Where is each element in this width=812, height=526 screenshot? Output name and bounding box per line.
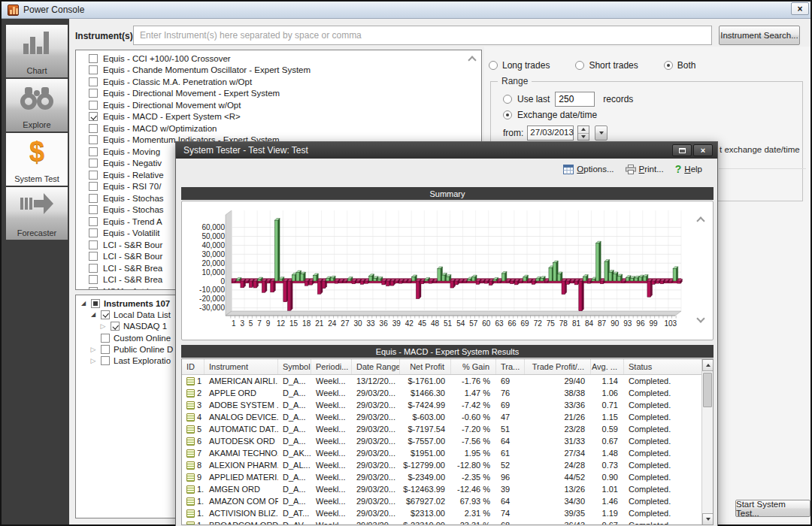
expert-system-item[interactable]: Equis - CCI +100/-100 Crossover xyxy=(76,53,481,65)
expert-system-item[interactable]: Equis - MACD w/Optimization xyxy=(76,122,481,135)
scroll-thumb[interactable] xyxy=(703,373,712,407)
item-checkbox[interactable] xyxy=(89,77,98,86)
table-row[interactable]: 1.AMAZON COM ORDD_A...Weekl...29/03/20..… xyxy=(182,495,703,507)
item-checkbox[interactable] xyxy=(89,147,98,156)
header-cell[interactable]: Trade Profit/... xyxy=(525,359,591,374)
cell-gain: -12.80 % xyxy=(451,459,496,471)
exchange-datetime-radio[interactable] xyxy=(503,110,512,119)
tree-checkbox[interactable] xyxy=(101,334,110,343)
header-cell[interactable]: Status xyxy=(624,359,703,374)
tree-expander-icon[interactable]: ▷ xyxy=(99,322,107,330)
item-checkbox[interactable] xyxy=(89,287,98,290)
header-cell[interactable]: Symbol xyxy=(278,359,311,374)
table-row[interactable]: 1.BROADCOM ORDD_AV...Weekl...29/03/20...… xyxy=(182,519,703,525)
header-cell[interactable]: Instrument xyxy=(205,359,278,374)
date-dropdown-button[interactable] xyxy=(595,125,607,141)
item-checkbox[interactable] xyxy=(89,54,98,63)
sidebar-item-forecaster[interactable]: Forecaster xyxy=(6,187,68,240)
tree-expander-icon[interactable]: ▷ xyxy=(89,346,97,353)
start-system-test-button[interactable]: Start System Test... xyxy=(735,500,810,517)
table-row[interactable]: 1.ACTIVISION BLIZ...D_AT...Weekl...29/03… xyxy=(182,507,703,519)
table-row[interactable]: 1AMERICAN AIRLI...D_A...Weekl...13/12/20… xyxy=(182,375,703,387)
tree-checkbox[interactable] xyxy=(101,345,110,354)
table-row[interactable]: 4ANALOG DEVICE...D_A...Weekl...29/03/20.… xyxy=(182,411,703,423)
table-row[interactable]: 1.AMGEN ORDD_A...Weekl...29/03/20...$-12… xyxy=(182,483,703,495)
header-cell[interactable]: Avg. ... xyxy=(591,359,624,374)
header-cell[interactable]: ID xyxy=(182,359,205,374)
item-checkbox[interactable] xyxy=(89,228,98,237)
item-checkbox[interactable] xyxy=(89,65,98,74)
sidebar-item-explore[interactable]: Explore xyxy=(6,79,68,132)
dialog-maximize-button[interactable] xyxy=(672,144,692,156)
instrument-search-button[interactable]: Instrument Search... xyxy=(719,26,800,45)
dialog-close-button[interactable]: × xyxy=(693,144,713,156)
expert-system-item[interactable]: Equis - Classic M.A. Penetration w/Opt xyxy=(76,76,481,88)
item-checkbox[interactable] xyxy=(89,112,98,121)
date-input[interactable]: 27/03/2013 xyxy=(527,125,574,141)
table-scrollbar[interactable] xyxy=(701,359,713,524)
table-row[interactable]: 7AKAMAI TECHNO...D_AK...Weekl...29/03/20… xyxy=(182,447,703,459)
cell-gain: 67.93 % xyxy=(451,495,496,507)
item-checkbox[interactable] xyxy=(89,124,98,133)
instrument-input[interactable] xyxy=(133,26,712,45)
tree-checkbox[interactable] xyxy=(91,299,100,308)
tree-checkbox[interactable] xyxy=(101,356,110,365)
radio-option[interactable]: Both xyxy=(664,60,696,71)
options-button[interactable]: Options... xyxy=(563,165,614,174)
radio-option[interactable]: Long trades xyxy=(489,60,550,71)
item-checkbox[interactable] xyxy=(89,135,98,144)
tree-checkbox[interactable] xyxy=(101,310,110,319)
radio-icon[interactable] xyxy=(489,61,498,70)
expert-system-item[interactable]: Equis - Directional Movement - Expert Sy… xyxy=(76,88,481,100)
item-checkbox[interactable] xyxy=(89,240,98,249)
item-checkbox[interactable] xyxy=(89,217,98,226)
table-icon xyxy=(563,165,574,174)
tree-checkbox[interactable] xyxy=(111,322,120,331)
spinner-down-icon[interactable] xyxy=(581,135,586,138)
item-checkbox[interactable] xyxy=(89,252,98,261)
table-row[interactable]: 6AUTODESK ORDD_A...Weekl...29/03/20...$-… xyxy=(182,435,703,447)
table-row[interactable]: 5AUTOMATIC DAT...D_A...Weekl...29/03/20.… xyxy=(182,423,703,435)
item-checkbox[interactable] xyxy=(89,275,98,284)
print-button[interactable]: Print... xyxy=(626,165,664,174)
radio-icon[interactable] xyxy=(664,61,673,70)
table-row[interactable]: 9APPLIED MATERI...D_A...Weekl...29/03/20… xyxy=(182,471,703,483)
cell-status: Completed. xyxy=(624,447,703,459)
table-row[interactable]: 2APPLE ORDD_A...Weekl...29/03/20...$1466… xyxy=(182,387,703,399)
item-checkbox[interactable] xyxy=(89,171,98,180)
item-checkbox[interactable] xyxy=(89,264,98,273)
spinner-up-icon[interactable] xyxy=(581,128,586,131)
item-checkbox[interactable] xyxy=(89,159,98,168)
table-row[interactable]: 3ADOBE SYSTEM ...D_A...Weekl...29/03/20.… xyxy=(182,399,703,411)
item-checkbox[interactable] xyxy=(89,194,98,203)
header-cell[interactable]: Periodi... xyxy=(311,359,352,374)
trade-direction-radios: Long tradesShort tradesBoth xyxy=(489,60,714,71)
item-checkbox[interactable] xyxy=(89,101,98,110)
cell-symbol: D_AL... xyxy=(278,459,311,471)
radio-option[interactable]: Short trades xyxy=(575,60,638,71)
help-button[interactable]: ? Help xyxy=(675,163,702,175)
sidebar-item-chart[interactable]: Chart xyxy=(6,25,68,77)
use-last-radio[interactable] xyxy=(503,95,512,104)
item-checkbox[interactable] xyxy=(89,182,98,191)
tree-expander-icon[interactable]: ◢ xyxy=(80,300,87,307)
table-row[interactable]: 8ALEXION PHARM...D_AL...Weekl...29/03/20… xyxy=(182,459,703,471)
sidebar-item-system-test[interactable]: $ System Test xyxy=(6,133,68,186)
expert-system-item[interactable]: Equis - MACD - Expert System <R> xyxy=(76,111,481,123)
header-cell[interactable]: Net Profit xyxy=(400,359,451,374)
scroll-down-button[interactable] xyxy=(702,513,714,525)
tree-expander-icon[interactable]: ▷ xyxy=(89,357,97,364)
records-count-input[interactable] xyxy=(555,92,595,107)
expert-system-item[interactable]: Equis - Directional Movement w/Opt xyxy=(76,99,481,111)
header-cell[interactable]: Date Range xyxy=(352,359,400,374)
window-close-button[interactable]: × xyxy=(791,2,809,15)
date-spinner[interactable] xyxy=(577,125,589,141)
item-checkbox[interactable] xyxy=(89,89,98,98)
header-cell[interactable]: Tra... xyxy=(496,359,525,374)
expert-system-item[interactable]: Equis - Chande Momentum Oscillator - Exp… xyxy=(76,65,481,77)
item-checkbox[interactable] xyxy=(89,205,98,214)
tree-expander-icon[interactable]: ◢ xyxy=(89,311,97,318)
radio-icon[interactable] xyxy=(575,61,584,70)
scroll-up-button[interactable] xyxy=(702,359,714,371)
header-cell[interactable]: % Gain xyxy=(451,359,496,374)
